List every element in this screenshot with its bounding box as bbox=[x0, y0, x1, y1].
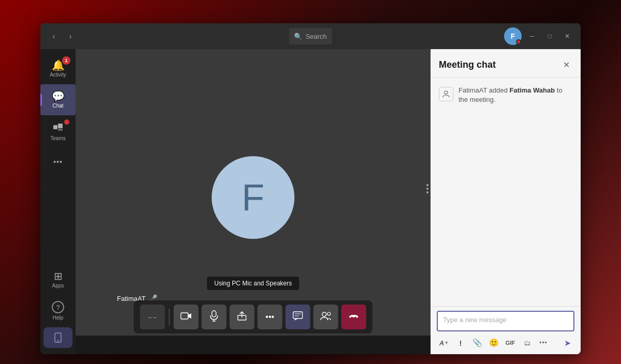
camera-button[interactable] bbox=[174, 305, 199, 329]
emoji-icon: 🙂 bbox=[489, 338, 499, 347]
chat-input-area: Type a new message A▼ ! 📎 🙂 bbox=[431, 306, 581, 354]
chat-more-icon: ••• bbox=[539, 339, 548, 346]
sidebar-item-activity[interactable]: 1 🔔 Activity bbox=[40, 53, 76, 84]
sidebar-help-label: Help bbox=[53, 315, 64, 321]
nav-buttons: ‹ › bbox=[47, 29, 78, 43]
sidebar-item-apps[interactable]: ⊞ Apps bbox=[40, 265, 76, 294]
chat-panel-close-button[interactable]: ✕ bbox=[560, 58, 572, 71]
svg-point-17 bbox=[445, 91, 448, 94]
back-button[interactable]: ‹ bbox=[47, 29, 61, 43]
svg-point-15 bbox=[322, 312, 327, 316]
resize-handle[interactable] bbox=[425, 182, 430, 195]
svg-rect-7 bbox=[212, 311, 216, 317]
format-button[interactable]: A▼ bbox=[437, 336, 451, 350]
search-placeholder: Search bbox=[305, 33, 327, 40]
attach-icon: 📎 bbox=[472, 338, 482, 347]
svg-rect-2 bbox=[58, 129, 63, 131]
end-call-icon bbox=[348, 312, 360, 323]
divider-1 bbox=[169, 309, 170, 325]
send-icon: ➤ bbox=[564, 338, 571, 348]
timer-icon: – – bbox=[149, 314, 156, 320]
svg-rect-12 bbox=[293, 312, 303, 318]
sidebar-item-teams[interactable]: Teams bbox=[40, 115, 76, 146]
chat-toggle-icon bbox=[293, 311, 303, 323]
svg-point-16 bbox=[328, 312, 331, 315]
help-icon: ? bbox=[52, 301, 64, 313]
chat-icon: 💬 bbox=[52, 91, 65, 101]
important-button[interactable]: ! bbox=[453, 336, 468, 350]
meeting-chat-title: Meeting chat bbox=[439, 59, 496, 70]
svg-rect-1 bbox=[58, 124, 63, 128]
title-bar-right: F ─ □ ✕ bbox=[504, 27, 574, 45]
resize-dot bbox=[426, 188, 428, 190]
search-bar[interactable]: 🔍 Search bbox=[289, 28, 332, 44]
title-bar: ‹ › 🔍 Search F ─ □ ✕ bbox=[40, 23, 581, 49]
sidebar-apps-label: Apps bbox=[52, 283, 64, 289]
teams-red-dot bbox=[64, 119, 69, 125]
people-icon bbox=[320, 311, 332, 323]
system-message: FatimaAT added Fatima Wahab to the meeti… bbox=[439, 86, 572, 104]
resize-dot bbox=[426, 191, 428, 193]
share-button[interactable] bbox=[230, 305, 255, 329]
participant-avatar: F bbox=[212, 156, 294, 239]
format-icon: A bbox=[439, 339, 444, 347]
sidebar-item-more[interactable]: ••• bbox=[40, 146, 76, 177]
chat-messages: FatimaAT added Fatima Wahab to the meeti… bbox=[431, 78, 581, 306]
video-area: F FatimaAT 🎤 Using PC Mic and Speakers –… bbox=[76, 49, 431, 354]
end-call-button[interactable] bbox=[342, 305, 366, 329]
more-options-icon: ••• bbox=[265, 312, 274, 322]
app-window: ‹ › 🔍 Search F ─ □ ✕ 1 🔔 Activity bbox=[40, 23, 581, 354]
chat-toolbar: A▼ ! 📎 🙂 GIF 🗂 bbox=[437, 335, 574, 352]
system-msg-icon bbox=[439, 87, 453, 101]
svg-rect-5 bbox=[181, 313, 188, 319]
sidebar-chat-label: Chat bbox=[52, 103, 63, 109]
teams-icon bbox=[52, 121, 64, 134]
user-avatar[interactable]: F bbox=[504, 27, 522, 45]
system-msg-text: FatimaAT added Fatima Wahab to the meeti… bbox=[459, 86, 572, 104]
tooltip: Using PC Mic and Speakers bbox=[207, 277, 299, 290]
mic-icon bbox=[210, 310, 218, 324]
status-dot bbox=[516, 39, 521, 44]
svg-rect-0 bbox=[53, 125, 57, 129]
gif-button[interactable]: GIF bbox=[503, 336, 518, 350]
call-timer-button[interactable]: – – bbox=[140, 305, 165, 329]
sticker-button[interactable]: 🗂 bbox=[520, 336, 534, 350]
chat-panel-header: Meeting chat ✕ bbox=[431, 49, 581, 78]
svg-point-4 bbox=[57, 340, 59, 342]
search-icon: 🔍 bbox=[294, 33, 302, 40]
sidebar: 1 🔔 Activity 💬 Chat Teams bbox=[40, 49, 76, 354]
sidebar-activity-label: Activity bbox=[50, 72, 66, 78]
share-icon bbox=[238, 311, 247, 323]
chat-input-placeholder: Type a new message bbox=[443, 316, 507, 324]
mic-button[interactable] bbox=[202, 305, 227, 329]
forward-button[interactable]: › bbox=[63, 29, 78, 43]
video-bottom-strip bbox=[76, 336, 431, 354]
resize-dot bbox=[426, 184, 428, 186]
emoji-button[interactable]: 🙂 bbox=[486, 336, 501, 350]
svg-marker-6 bbox=[188, 313, 191, 318]
people-button[interactable] bbox=[314, 305, 338, 329]
more-icon: ••• bbox=[53, 158, 63, 165]
minimize-button[interactable]: ─ bbox=[525, 29, 539, 43]
meeting-chat-panel: Meeting chat ✕ FatimaAT added Fatima Wah… bbox=[431, 49, 581, 354]
sidebar-bottom: ⊞ Apps ? Help bbox=[40, 265, 76, 350]
sidebar-item-help[interactable]: ? Help bbox=[40, 296, 76, 325]
sidebar-item-chat[interactable]: 💬 Chat bbox=[40, 84, 76, 115]
device-button[interactable] bbox=[43, 327, 72, 348]
gif-icon: GIF bbox=[506, 340, 515, 346]
chat-toggle-button[interactable] bbox=[286, 305, 310, 329]
apps-icon: ⊞ bbox=[54, 271, 63, 281]
camera-icon bbox=[181, 311, 192, 323]
send-button[interactable]: ➤ bbox=[560, 336, 574, 350]
close-button[interactable]: ✕ bbox=[560, 29, 574, 43]
maximize-button[interactable]: □ bbox=[542, 29, 557, 43]
chat-more-button[interactable]: ••• bbox=[536, 336, 551, 350]
sticker-icon: 🗂 bbox=[524, 339, 530, 347]
attach-button[interactable]: 📎 bbox=[470, 336, 484, 350]
more-options-button[interactable]: ••• bbox=[258, 305, 283, 329]
activity-badge: 1 bbox=[62, 56, 70, 65]
sidebar-teams-label: Teams bbox=[50, 135, 65, 141]
chat-message-input[interactable]: Type a new message bbox=[437, 311, 574, 331]
exclamation-icon: ! bbox=[460, 339, 462, 347]
main-content: 1 🔔 Activity 💬 Chat Teams bbox=[40, 49, 581, 354]
